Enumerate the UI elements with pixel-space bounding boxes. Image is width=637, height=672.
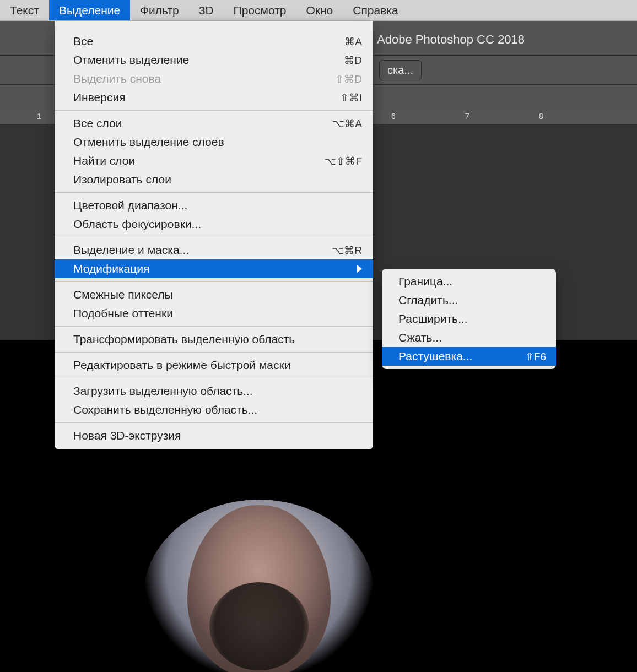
menubar-item-window[interactable]: Окно bbox=[296, 0, 343, 20]
menu-item-shortcut: ⇧F6 bbox=[525, 350, 546, 363]
menu-item-label: Выделить снова bbox=[73, 72, 324, 85]
menu-item-label: Растушевка... bbox=[398, 350, 514, 363]
menu-item-modify[interactable]: Модификация bbox=[55, 259, 373, 278]
submenu-item-border[interactable]: Граница... bbox=[382, 272, 556, 291]
menu-item-shortcut: ⌥⇧⌘F bbox=[324, 155, 362, 167]
menu-item-all[interactable]: Все ⌘A bbox=[55, 32, 373, 51]
menu-item-label: Выделение и маска... bbox=[73, 243, 321, 257]
menu-item-label: Найти слои bbox=[73, 154, 313, 167]
menu-item-label: Загрузить выделенную область... bbox=[73, 384, 362, 398]
menu-item-label: Расширить... bbox=[398, 312, 546, 326]
menu-separator bbox=[55, 281, 373, 282]
ruler-tick-label: 8 bbox=[539, 112, 543, 121]
submenu-arrow-icon bbox=[357, 265, 362, 273]
menu-item-shortcut: ⌘A bbox=[344, 35, 362, 48]
menu-item-shortcut: ⇧⌘D bbox=[335, 73, 362, 85]
menu-item-shortcut: ⌥⌘A bbox=[332, 117, 362, 130]
menu-item-grow[interactable]: Смежные пикселы bbox=[55, 285, 373, 304]
menu-item-label: Смежные пикселы bbox=[73, 288, 362, 301]
menu-separator bbox=[55, 422, 373, 423]
menubar-item-filter[interactable]: Фильтр bbox=[130, 0, 189, 20]
menu-item-color-range[interactable]: Цветовой диапазон... bbox=[55, 196, 373, 215]
menu-item-label: Редактировать в режиме быстрой маски bbox=[73, 359, 362, 372]
menu-item-label: Изолировать слои bbox=[73, 173, 362, 186]
menu-item-label: Сгладить... bbox=[398, 294, 546, 307]
dropdown-selection-menu: Все ⌘A Отменить выделение ⌘D Выделить сн… bbox=[55, 21, 373, 449]
menu-separator bbox=[55, 378, 373, 378]
menu-item-label: Сохранить выделенную область... bbox=[73, 403, 362, 416]
menu-separator bbox=[55, 192, 373, 193]
menu-item-load-selection[interactable]: Загрузить выделенную область... bbox=[55, 382, 373, 400]
menu-separator bbox=[55, 237, 373, 237]
submenu-item-expand[interactable]: Расширить... bbox=[382, 310, 556, 328]
menu-item-label: Все bbox=[73, 35, 333, 48]
menubar-item-view[interactable]: Просмотр bbox=[224, 0, 296, 20]
menu-item-reselect: Выделить снова ⇧⌘D bbox=[55, 69, 373, 88]
ruler-tick-label: 7 bbox=[465, 112, 469, 121]
menu-item-new-3d-extrusion[interactable]: Новая 3D-экструзия bbox=[55, 426, 373, 445]
menu-separator bbox=[55, 110, 373, 111]
menu-item-similar[interactable]: Подобные оттенки bbox=[55, 304, 373, 323]
ruler-tick-label: 1 bbox=[37, 112, 41, 121]
menu-item-label: Отменить выделение слоев bbox=[73, 136, 362, 149]
menu-item-label: Сжать... bbox=[398, 331, 546, 344]
menu-separator bbox=[55, 326, 373, 327]
ruler-tick-label: 6 bbox=[391, 112, 396, 121]
menu-item-label: Трансформировать выделенную область bbox=[73, 333, 362, 346]
submenu-item-contract[interactable]: Сжать... bbox=[382, 328, 556, 347]
submenu-modify: Граница... Сгладить... Расширить... Сжат… bbox=[382, 269, 556, 369]
menu-item-select-and-mask[interactable]: Выделение и маска... ⌥⌘R bbox=[55, 241, 373, 259]
submenu-item-feather[interactable]: Растушевка... ⇧F6 bbox=[382, 347, 556, 366]
menu-item-isolate-layers[interactable]: Изолировать слои bbox=[55, 170, 373, 189]
menu-item-transform-selection[interactable]: Трансформировать выделенную область bbox=[55, 330, 373, 349]
canvas-image-beard bbox=[209, 582, 309, 670]
menu-item-shortcut: ⇧⌘I bbox=[340, 91, 362, 104]
menu-item-label: Отменить выделение bbox=[73, 53, 333, 67]
menu-item-label: Новая 3D-экструзия bbox=[73, 429, 362, 442]
menu-item-label: Граница... bbox=[398, 275, 546, 288]
options-button[interactable]: ска... bbox=[379, 60, 422, 80]
menu-item-all-layers[interactable]: Все слои ⌥⌘A bbox=[55, 114, 373, 133]
menu-item-find-layers[interactable]: Найти слои ⌥⇧⌘F bbox=[55, 151, 373, 170]
menubar: Текст Выделение Фильтр 3D Просмотр Окно … bbox=[0, 0, 637, 21]
menu-item-label: Модификация bbox=[73, 262, 346, 275]
menubar-item-text[interactable]: Текст bbox=[0, 0, 49, 20]
submenu-item-smooth[interactable]: Сгладить... bbox=[382, 291, 556, 310]
menu-separator bbox=[55, 352, 373, 353]
menu-item-shortcut: ⌘D bbox=[344, 54, 362, 67]
menubar-item-selection[interactable]: Выделение bbox=[49, 0, 130, 20]
menu-item-deselect-layers[interactable]: Отменить выделение слоев bbox=[55, 133, 373, 151]
menu-item-save-selection[interactable]: Сохранить выделенную область... bbox=[55, 400, 373, 419]
menu-item-edit-quick-mask[interactable]: Редактировать в режиме быстрой маски bbox=[55, 356, 373, 375]
menu-item-deselect[interactable]: Отменить выделение ⌘D bbox=[55, 51, 373, 69]
menu-item-focus-area[interactable]: Область фокусировки... bbox=[55, 215, 373, 234]
menu-item-label: Все слои bbox=[73, 117, 321, 130]
menu-item-shortcut: ⌥⌘R bbox=[332, 244, 362, 257]
menu-item-label: Инверсия bbox=[73, 91, 329, 104]
menubar-item-3d[interactable]: 3D bbox=[189, 0, 224, 20]
menu-item-label: Область фокусировки... bbox=[73, 218, 362, 231]
menu-item-inverse[interactable]: Инверсия ⇧⌘I bbox=[55, 88, 373, 107]
menu-item-label: Подобные оттенки bbox=[73, 307, 362, 320]
menubar-item-help[interactable]: Справка bbox=[343, 0, 408, 20]
menu-item-label: Цветовой диапазон... bbox=[73, 199, 362, 212]
